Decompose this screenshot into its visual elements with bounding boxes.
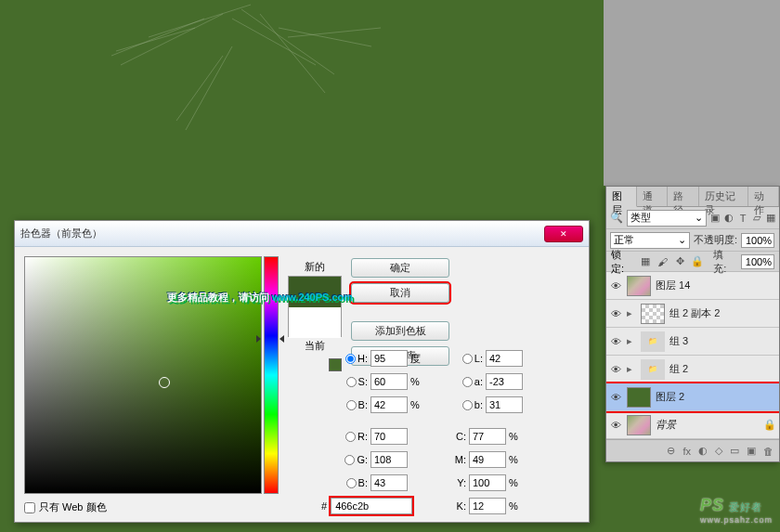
fill-field[interactable] xyxy=(741,254,774,269)
lock-brush-icon[interactable]: 🖌 xyxy=(656,255,670,268)
ok-button[interactable]: 确定 xyxy=(351,258,449,278)
filter-smart-icon[interactable]: ▦ xyxy=(765,212,775,225)
hex-field[interactable] xyxy=(331,498,412,514)
web-only-checkbox-row[interactable]: 只有 Web 颜色 xyxy=(24,500,107,514)
group-icon[interactable]: ▭ xyxy=(730,445,739,457)
visibility-eye-icon[interactable]: 👁 xyxy=(609,419,622,432)
h-field[interactable] xyxy=(370,350,408,367)
adjustment-icon[interactable]: ◇ xyxy=(715,445,722,457)
tab-channels[interactable]: 通道 xyxy=(637,187,668,206)
layer-thumbnail[interactable] xyxy=(627,415,651,435)
b-radio[interactable] xyxy=(346,400,357,410)
layer-name[interactable]: 组 2 副本 2 xyxy=(670,306,776,320)
bb-field[interactable] xyxy=(370,474,408,491)
layer-thumbnail[interactable] xyxy=(641,304,665,324)
layer-name[interactable]: 组 3 xyxy=(670,334,776,348)
layer-row[interactable]: 👁▸📁组 3 xyxy=(606,328,779,356)
y-field[interactable] xyxy=(469,474,506,491)
l-field[interactable] xyxy=(486,350,523,367)
bb-radio[interactable] xyxy=(346,478,357,488)
mask-icon[interactable]: ◐ xyxy=(698,445,708,457)
lock-all-icon[interactable]: 🔒 xyxy=(691,255,704,268)
disclosure-triangle-icon[interactable]: ▸ xyxy=(627,363,636,375)
y-unit: % xyxy=(509,477,522,488)
s-radio-label[interactable]: S: xyxy=(331,376,368,387)
layer-row[interactable]: 👁图层 14 xyxy=(606,272,779,300)
tab-layers[interactable]: 图层 xyxy=(606,187,637,207)
filter-adjust-icon[interactable]: ◐ xyxy=(724,212,734,225)
add-to-swatches-button[interactable]: 添加到色板 xyxy=(351,321,449,341)
tab-actions[interactable]: 动作 xyxy=(748,187,779,206)
disclosure-triangle-icon[interactable]: ▸ xyxy=(627,335,636,347)
new-layer-icon[interactable]: ▣ xyxy=(747,445,756,457)
m-field[interactable] xyxy=(469,451,506,468)
visibility-eye-icon[interactable]: 👁 xyxy=(609,335,622,348)
web-only-checkbox[interactable] xyxy=(24,502,35,513)
close-icon[interactable]: ✕ xyxy=(544,226,583,242)
disclosure-triangle-icon[interactable]: ▸ xyxy=(627,307,636,319)
h-radio-label[interactable]: H: xyxy=(331,353,368,364)
g-radio-label[interactable]: G: xyxy=(331,454,368,465)
l-radio-label[interactable]: L: xyxy=(446,353,483,364)
opacity-field[interactable] xyxy=(741,233,774,248)
visibility-eye-icon[interactable]: 👁 xyxy=(609,391,622,404)
link-layers-icon[interactable]: ⊖ xyxy=(667,445,675,457)
current-color-swatch[interactable] xyxy=(289,307,341,338)
fx-icon[interactable]: fx xyxy=(682,446,691,457)
k-field[interactable] xyxy=(469,498,506,514)
a-field[interactable] xyxy=(486,373,523,390)
b-field[interactable] xyxy=(370,396,408,413)
l-radio[interactable] xyxy=(462,354,473,364)
lock-transparent-icon[interactable]: ▦ xyxy=(639,255,652,268)
layer-row[interactable]: 👁▸组 2 副本 2 xyxy=(606,300,779,328)
watermark-brand: PS xyxy=(700,496,724,514)
layer-name[interactable]: 图层 2 xyxy=(656,390,776,404)
layer-row[interactable]: 👁▸📁组 2 xyxy=(606,356,779,383)
filter-shape-icon[interactable]: ▱ xyxy=(751,212,761,225)
layer-thumbnail[interactable] xyxy=(627,276,651,296)
h-unit: 度 xyxy=(410,352,423,366)
layer-thumbnail[interactable]: 📁 xyxy=(641,359,665,380)
r-radio[interactable] xyxy=(345,432,356,442)
layer-row[interactable]: 👁图层 2 xyxy=(606,383,779,411)
m-label: M: xyxy=(446,454,466,465)
g-radio[interactable] xyxy=(344,455,355,465)
h-radio[interactable] xyxy=(345,354,356,364)
lock-move-icon[interactable]: ✥ xyxy=(673,255,686,268)
hue-pointer-icon xyxy=(260,335,280,343)
filter-type-icon[interactable]: T xyxy=(738,212,748,225)
s-radio[interactable] xyxy=(346,377,357,387)
r-radio-label[interactable]: R: xyxy=(331,431,368,442)
trash-icon[interactable]: 🗑 xyxy=(763,446,774,457)
tab-paths[interactable]: 路径 xyxy=(668,187,698,206)
layer-name[interactable]: 组 2 xyxy=(670,362,776,376)
c-field[interactable] xyxy=(469,428,506,445)
a-radio-label[interactable]: a: xyxy=(446,376,483,387)
layer-thumbnail[interactable] xyxy=(627,387,651,408)
layer-name[interactable]: 图层 14 xyxy=(656,279,776,292)
layer-row[interactable]: 👁背景🔒 xyxy=(606,411,779,439)
layer-name[interactable]: 背景 xyxy=(656,418,759,432)
s-field[interactable] xyxy=(370,373,408,390)
r-field[interactable] xyxy=(370,428,408,445)
filter-type-select[interactable]: 类型⌄ xyxy=(627,210,707,227)
visibility-eye-icon[interactable]: 👁 xyxy=(609,279,622,292)
dialog-titlebar[interactable]: 拾色器（前景色） ✕ xyxy=(15,221,589,247)
blend-mode-select[interactable]: 正常⌄ xyxy=(610,232,690,249)
b-radio-label[interactable]: B: xyxy=(331,399,368,410)
b2-radio-label[interactable]: b: xyxy=(446,399,483,410)
g-field[interactable] xyxy=(370,451,408,468)
layer-thumbnail[interactable]: 📁 xyxy=(641,331,665,352)
fill-label: 填充: xyxy=(713,248,736,276)
layers-panel: 图层 通道 路径 历史记录 动作 🔍 类型⌄ ▣ ◐ T ▱ ▦ 正常⌄ 不透明… xyxy=(605,186,780,462)
b2-field[interactable] xyxy=(486,396,523,413)
visibility-eye-icon[interactable]: 👁 xyxy=(609,307,622,320)
tab-history[interactable]: 历史记录 xyxy=(699,187,748,206)
search-icon[interactable]: 🔍 xyxy=(610,212,623,225)
cancel-button[interactable]: 取消 xyxy=(351,283,449,303)
a-radio[interactable] xyxy=(462,377,473,387)
visibility-eye-icon[interactable]: 👁 xyxy=(609,363,622,376)
bb-radio-label[interactable]: B: xyxy=(331,477,368,488)
filter-pixel-icon[interactable]: ▣ xyxy=(710,212,721,225)
b2-radio[interactable] xyxy=(462,400,473,410)
